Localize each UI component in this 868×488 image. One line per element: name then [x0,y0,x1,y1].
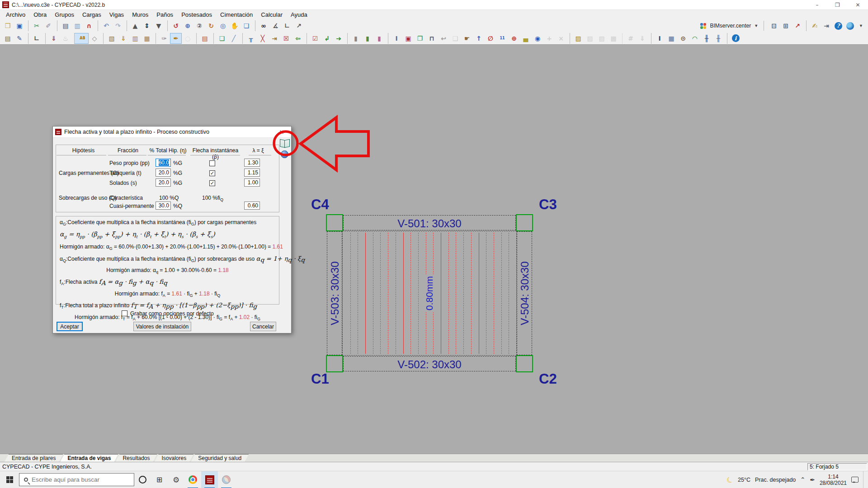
menu-item-muros[interactable]: Muros [128,10,152,19]
solados-percent-input[interactable]: 20.0 [156,178,171,187]
column-C4-square[interactable] [326,214,343,231]
tool-icon-wall-pink[interactable]: ▮ [373,33,385,44]
chevron-down-icon[interactable]: ▼ [859,23,863,28]
column-C3-square[interactable] [516,214,533,231]
tool-icon-mesh[interactable]: # [622,33,637,44]
tool-icon-snap-magnet[interactable]: ∩ [83,20,95,31]
round-help-icon[interactable] [281,150,288,158]
peso-propio-percent-input[interactable]: 60.0 [156,159,171,167]
solados-beta-checkbox[interactable] [209,180,215,186]
tool-icon-takeoff[interactable]: ✍ [806,20,821,31]
tool-icon-drop-green[interactable]: ↲ [321,33,333,44]
tool-icon-fire-check[interactable]: ♨ [60,33,71,44]
tool-icon-undo[interactable]: ↶ [98,20,112,31]
tool-icon-hatch-a[interactable]: ▨ [584,33,596,44]
tool-icon-redraw[interactable]: ↻ [205,20,217,31]
tool-icon-beam-data[interactable]: ▤ [2,33,14,44]
menu-item-vigas[interactable]: Vigas [105,10,128,19]
tool-icon-rotate-view[interactable]: ∡ [269,20,281,31]
tool-icon-next-green[interactable]: ➔ [333,33,344,44]
tool-icon-redo[interactable]: ↷ [112,20,124,31]
slab-panel[interactable]: 0.80mm [342,231,517,356]
tool-icon-wall-gray[interactable]: ▮ [347,33,362,44]
tool-icon-resources[interactable]: ✂ [28,20,42,31]
menu-item-archivo[interactable]: Archivo [2,10,29,19]
restore-button[interactable]: ❐ [827,0,848,10]
tool-icon-group-up[interactable]: ▲ [127,20,141,31]
tool-icon-forbid[interactable]: ∅ [485,33,496,44]
workspace-tab-entrada-de-vigas[interactable]: Entrada de vigas [60,454,118,462]
tool-icon-pages[interactable]: ❑ [449,33,461,44]
tool-icon-assign-off[interactable]: ◌ [182,33,193,44]
workspace-tab-isovalores[interactable]: Isovalores [155,454,194,462]
show-desktop-strip[interactable] [863,471,865,488]
tool-icon-guide-line[interactable]: ╱ [228,33,240,44]
tool-icon-wall-green[interactable]: ▮ [362,33,373,44]
tool-icon-send-view[interactable]: ❏ [241,20,252,31]
menu-item-ayuda[interactable]: Ayuda [287,10,311,19]
tool-icon-beam-i1[interactable]: ╫ [701,33,712,44]
tool-icon-beam-i2[interactable]: ╫ [712,33,724,44]
tool-icon-ab-labels[interactable]: AB [74,33,89,44]
tool-icon-hatch-gold[interactable]: ▨ [570,33,584,44]
tool-icon-search-elements[interactable]: ∞ [255,20,269,31]
dialog-title-bar[interactable]: Flecha activa y total a plazo infinito -… [53,127,291,138]
cuasi-permanente-lambda-input[interactable]: 0.60 [244,202,260,210]
menu-item-postesados[interactable]: Postesados [177,10,216,19]
close-button[interactable]: ✕ [848,0,868,10]
book-help-icon[interactable] [280,140,290,147]
tool-icon-section-view[interactable]: ⊓ [426,33,438,44]
tool-icon-deck-bridge[interactable]: ◠ [689,33,701,44]
installation-values-button[interactable]: Valores de instalación [133,322,191,331]
tool-icon-steel-col[interactable]: I [651,33,665,44]
chrome-button[interactable] [184,471,201,488]
tray-temperature[interactable]: 25°C [738,477,750,483]
column-C2-square[interactable] [516,355,533,372]
tool-icon-doc-add[interactable]: ❐ [414,33,426,44]
tool-icon-column-edit[interactable]: ▣ [402,33,414,44]
taskbar-clock[interactable]: 1:14 28/08/2021 [820,474,847,486]
tool-icon-brushes[interactable]: ✐ [42,20,54,31]
settings-button[interactable]: ⚙ [168,471,184,488]
paint-button[interactable] [218,471,235,488]
column-C1-square[interactable] [326,355,343,372]
minimize-button[interactable]: – [807,0,827,10]
tool-icon-doc-erase[interactable]: ☒ [280,33,292,44]
taskbar-search[interactable] [19,473,134,486]
tool-icon-zoom-double[interactable]: ② [193,20,205,31]
menu-item-cargas[interactable]: Cargas [78,10,105,19]
tool-icon-copy-new[interactable]: ❏ [213,33,228,44]
tool-icon-surface-load[interactable]: ▦ [141,33,153,44]
tool-icon-dxf-manage[interactable]: ▥ [71,20,83,31]
tool-icon-center-target[interactable]: ⊕ [508,33,520,44]
tool-icon-numbering[interactable]: 11 [496,33,508,44]
menu-item-obra[interactable]: Obra [29,10,51,19]
tabiqueria-beta-checkbox[interactable] [209,170,215,176]
tool-icon-group-down[interactable]: ▼ [153,20,165,31]
tool-icon-section-eye[interactable]: ⊙ [677,33,689,44]
tool-icon-hatch-x[interactable]: ▩ [608,33,619,44]
tool-icon-zoom-window[interactable]: ◎ [217,20,229,31]
tool-icon-table-delete[interactable]: ╳ [257,33,269,44]
notification-center-icon[interactable] [851,477,859,483]
tray-weather[interactable]: Prac. despejado [755,477,796,483]
cortana-button[interactable] [134,471,151,488]
tool-icon-tag[interactable]: ◇ [89,33,100,44]
tool-icon-line-load[interactable]: ▥ [129,33,141,44]
tool-icon-pan[interactable]: ✋ [229,20,241,31]
tool-icon-table-shift[interactable]: ⇥ [269,33,280,44]
workspace-tab-entrada-de-pilares[interactable]: Entrada de pilares [5,454,63,462]
tool-icon-lock-print[interactable]: ▄ [520,33,532,44]
tool-icon-point-load[interactable]: ⇓ [118,33,129,44]
search-input[interactable] [32,476,122,483]
cypecad-taskbar-button[interactable] [201,471,218,488]
workspace-tab-seguridad-y-salud[interactable]: Seguridad y salud [191,454,249,462]
dialog-close-button[interactable]: ✕ [272,127,291,138]
tool-icon-save[interactable]: ▣ [14,20,25,31]
tool-icon-info[interactable]: i [727,33,741,44]
tabiqueria-lambda-input[interactable]: 1.15 [244,169,260,177]
tool-icon-job-import[interactable]: ⇓ [45,33,60,44]
accept-button[interactable]: Aceptar [57,322,83,331]
weather-moon-icon[interactable]: ☾ [725,474,735,485]
menu-item-cimentacion[interactable]: Cimentación [216,10,257,19]
